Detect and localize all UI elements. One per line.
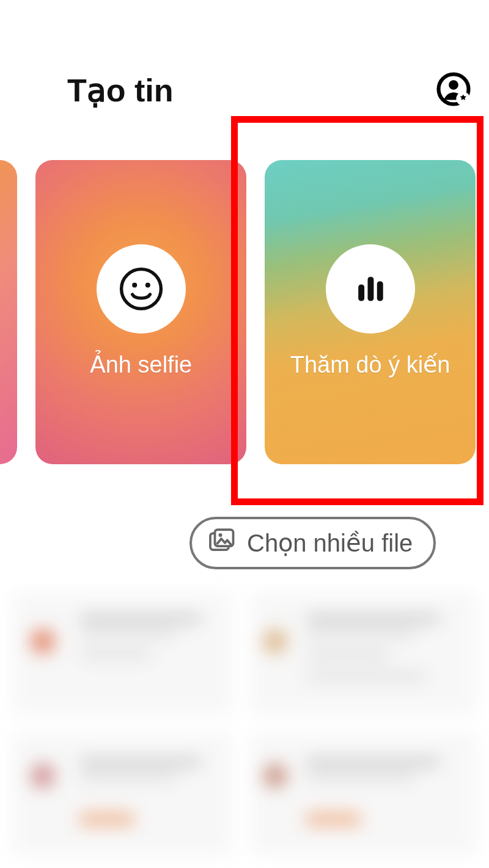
svg-rect-6 <box>358 285 364 301</box>
card-previous-partial[interactable] <box>0 160 17 464</box>
poll-card[interactable]: Thăm dò ý kiến <box>265 160 476 464</box>
gallery-icon <box>207 526 236 561</box>
selfie-card-label: Ảnh selfie <box>90 351 193 380</box>
svg-point-1 <box>449 80 458 90</box>
page-title: Tạo tin <box>67 72 174 109</box>
header: Tạo tin <box>0 66 489 115</box>
svg-point-5 <box>145 283 150 288</box>
poll-bars-icon <box>326 244 415 334</box>
multi-select-button[interactable]: Chọn nhiều file <box>189 517 436 569</box>
multi-select-label: Chọn nhiều file <box>247 529 413 557</box>
svg-rect-7 <box>367 277 373 301</box>
smile-icon <box>97 244 186 334</box>
media-gallery-blurred <box>0 580 489 868</box>
svg-rect-8 <box>377 282 383 301</box>
story-type-cards: Ảnh selfie Thăm dò ý kiến <box>0 160 489 464</box>
selfie-card[interactable]: Ảnh selfie <box>35 160 246 464</box>
svg-point-3 <box>121 269 161 309</box>
svg-point-4 <box>132 283 137 288</box>
svg-point-11 <box>219 533 222 537</box>
user-settings-icon[interactable] <box>436 72 471 109</box>
poll-card-label: Thăm dò ý kiến <box>290 351 450 380</box>
